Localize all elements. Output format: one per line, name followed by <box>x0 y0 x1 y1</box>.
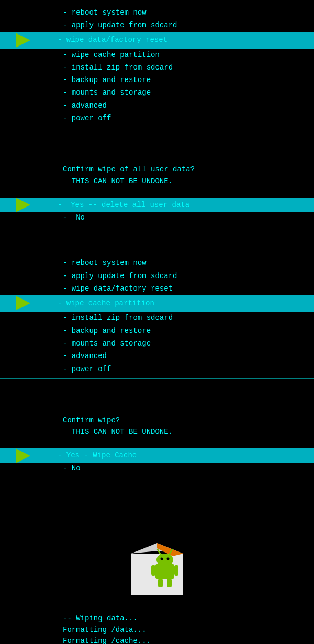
panel2-menu-item-install-zip[interactable]: - install zip from sdcard <box>0 312 314 324</box>
menu-item-backup[interactable]: - backup and restore <box>0 74 314 86</box>
menu-item-reboot[interactable]: - reboot system now <box>0 6 314 19</box>
menu-item-wipe-data-label: - wipe data/factory reset <box>58 34 167 45</box>
confirm2-divider <box>0 475 314 475</box>
panel2-divider <box>0 378 314 379</box>
panel2-menu-item-power-off[interactable]: - power off <box>0 363 314 375</box>
spacer-confirm2 <box>0 440 314 448</box>
svg-rect-11 <box>158 579 163 587</box>
android-robot-container <box>0 512 314 611</box>
panel1-divider <box>0 128 314 128</box>
panel2-menu-item-apply-update[interactable]: - apply update from sdcard <box>0 270 314 282</box>
arrow-icon <box>0 33 58 48</box>
confirm2-heading2: THIS CAN NOT BE UNDONE. <box>63 426 314 438</box>
confirm1-yes-label: - Yes -- delete all user data <box>58 200 189 210</box>
svg-point-4 <box>156 554 173 566</box>
menu-item-wipe-data[interactable]: - wipe data/factory reset <box>0 32 314 49</box>
menu-item-advanced[interactable]: - advanced <box>0 99 314 112</box>
confirm2-section: Confirm wipe? THIS CAN NOT BE UNDONE. - … <box>0 405 314 480</box>
spacer4 <box>0 480 314 512</box>
panel2-menu-item-reboot[interactable]: - reboot system now <box>0 257 314 269</box>
confirm2-heading1: Confirm wipe? <box>63 415 314 426</box>
panel2-menu: - reboot system now - apply update from … <box>0 255 314 377</box>
confirm1-heading: Confirm wipe of all user data? THIS CAN … <box>0 158 314 189</box>
panel2-section: - reboot system now - apply update from … <box>0 250 314 384</box>
spacer-confirm1 <box>0 189 314 198</box>
panel2-menu-item-wipe-cache-label: - wipe cache partition <box>58 298 154 308</box>
spacer3 <box>0 384 314 405</box>
svg-rect-9 <box>151 565 155 576</box>
spacer1 <box>0 133 314 154</box>
menu-item-apply-update[interactable]: - apply update from sdcard <box>0 19 314 31</box>
spacer2 <box>0 229 314 250</box>
panel2-menu-item-wipe-cache[interactable]: - wipe cache partition <box>0 295 314 312</box>
panel1-menu: - reboot system now - apply update from … <box>0 4 314 126</box>
log-line-1: -- Wiping data... <box>63 613 251 625</box>
panel2-menu-item-mounts[interactable]: - mounts and storage <box>0 337 314 350</box>
svg-point-6 <box>167 557 170 560</box>
menu-item-install-zip[interactable]: - install zip from sdcard <box>0 61 314 74</box>
confirm1-no[interactable]: - No <box>0 212 314 223</box>
svg-point-5 <box>161 557 163 560</box>
confirm1-section: Confirm wipe of all user data? THIS CAN … <box>0 154 314 229</box>
confirm1-heading1: Confirm wipe of all user data? <box>63 164 314 175</box>
panel2-menu-item-wipe-data[interactable]: - wipe data/factory reset <box>0 282 314 295</box>
confirm1-divider <box>0 224 314 224</box>
svg-rect-10 <box>174 565 178 576</box>
confirm2-heading: Confirm wipe? THIS CAN NOT BE UNDONE. <box>0 409 314 440</box>
confirm2-arrow-icon <box>0 448 58 463</box>
menu-item-power-off[interactable]: - power off <box>0 112 314 124</box>
panel2-menu-item-backup[interactable]: - backup and restore <box>0 325 314 337</box>
panel1-section: - reboot system now - apply update from … <box>0 0 314 133</box>
svg-rect-3 <box>155 564 174 579</box>
confirm2-yes[interactable]: - Yes - Wipe Cache <box>0 448 314 463</box>
confirm1-heading2: THIS CAN NOT BE UNDONE. <box>63 176 314 187</box>
confirm2-no[interactable]: - No <box>0 463 314 474</box>
svg-rect-12 <box>167 579 172 587</box>
confirm2-yes-label: - Yes - Wipe Cache <box>58 450 137 461</box>
log-line-2: Formatting /data... <box>63 625 251 636</box>
panel2-menu-item-advanced[interactable]: - advanced <box>0 350 314 362</box>
menu-item-wipe-cache[interactable]: - wipe cache partition <box>0 49 314 61</box>
confirm1-yes[interactable]: - Yes -- delete all user data <box>0 198 314 212</box>
log-line-3: Formatting /cache... <box>63 636 251 644</box>
menu-item-mounts[interactable]: - mounts and storage <box>0 86 314 99</box>
panel2-arrow-icon <box>0 296 58 310</box>
confirm1-arrow-icon <box>0 198 58 212</box>
android-robot-svg <box>115 522 199 606</box>
log-area: -- Wiping data... Formatting /data... Fo… <box>0 611 314 644</box>
